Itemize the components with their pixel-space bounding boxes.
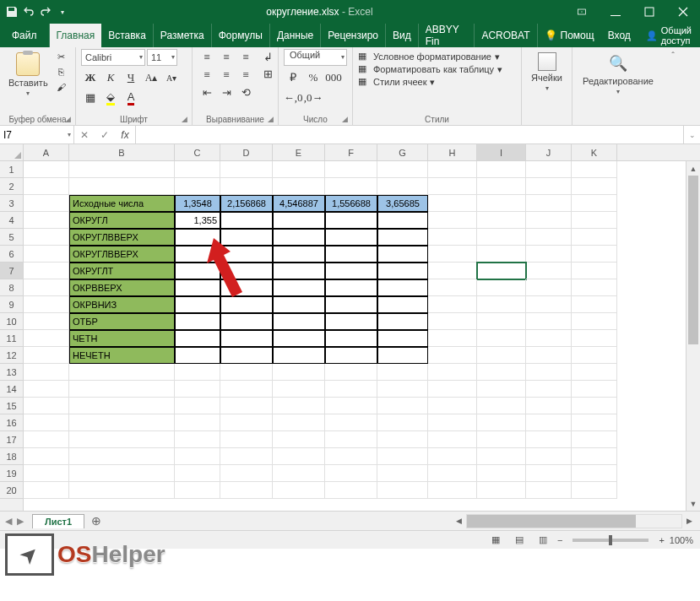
name-box[interactable]: I7▾: [0, 126, 74, 143]
cell[interactable]: 3,65685: [377, 195, 428, 212]
borders-icon[interactable]: ▦: [81, 89, 100, 106]
cell[interactable]: 1,3548: [175, 195, 220, 212]
zoom-in-icon[interactable]: +: [659, 535, 664, 545]
col-header[interactable]: K: [572, 144, 617, 160]
maximize-icon[interactable]: [632, 0, 666, 24]
row-header[interactable]: 10: [0, 313, 23, 330]
tab-home[interactable]: Главная: [50, 24, 102, 47]
bold-button[interactable]: Ж: [81, 69, 100, 86]
orientation-icon[interactable]: ⟲: [236, 84, 255, 101]
tell-me[interactable]: 💡Помощ: [538, 30, 601, 41]
formula-bar[interactable]: [136, 126, 683, 143]
cell[interactable]: ОКРВВЕРХ: [69, 279, 175, 296]
tab-abbyy[interactable]: ABBYY Fin: [419, 24, 475, 47]
tab-acrobat[interactable]: ACROBAT: [475, 24, 537, 47]
align-bottom-icon[interactable]: ≡: [236, 49, 255, 66]
minimize-icon[interactable]: [599, 0, 632, 24]
decrease-decimal-icon[interactable]: ,0→: [304, 89, 323, 106]
copy-icon[interactable]: ⎘: [53, 64, 70, 79]
vertical-scrollbar[interactable]: ▲ ▼: [686, 161, 700, 511]
align-right-icon[interactable]: ≡: [236, 67, 255, 84]
dialog-launcher-icon[interactable]: ◢: [342, 115, 350, 123]
dialog-launcher-icon[interactable]: ◢: [182, 115, 190, 123]
scroll-up-icon[interactable]: ▲: [686, 161, 700, 176]
sign-in[interactable]: Вход: [601, 30, 638, 41]
increase-decimal-icon[interactable]: ←,0: [284, 89, 302, 106]
zoom-level[interactable]: 100%: [670, 535, 693, 545]
paste-button[interactable]: Вставить ▾: [5, 49, 52, 113]
col-header[interactable]: A: [24, 144, 69, 160]
normal-view-icon[interactable]: ▦: [486, 533, 505, 548]
tab-review[interactable]: Рецензиро: [321, 24, 386, 47]
undo-icon[interactable]: [22, 5, 35, 19]
cell[interactable]: ОТБР: [69, 313, 175, 330]
row-header[interactable]: 17: [0, 431, 23, 448]
font-size-select[interactable]: 11▾: [147, 49, 177, 66]
increase-indent-icon[interactable]: ⇥: [217, 84, 236, 101]
cell[interactable]: ОКРУГЛ: [69, 212, 175, 229]
fx-icon[interactable]: fx: [115, 129, 135, 141]
font-name-select[interactable]: Calibri▾: [81, 49, 145, 66]
row-header[interactable]: 2: [0, 178, 23, 195]
cancel-formula-icon[interactable]: ✕: [74, 129, 95, 141]
page-break-view-icon[interactable]: ▥: [534, 533, 552, 548]
cell[interactable]: 2,156868: [220, 195, 273, 212]
page-layout-view-icon[interactable]: ▤: [510, 533, 529, 548]
accounting-format-icon[interactable]: ₽: [284, 69, 302, 86]
horizontal-scrollbar[interactable]: ◀ ▶: [452, 514, 697, 528]
cell-styles-button[interactable]: ▦Стили ячеек ▾: [358, 76, 516, 88]
cell[interactable]: ОКРУГЛТ: [69, 263, 175, 279]
col-header[interactable]: B: [69, 144, 175, 160]
dialog-launcher-icon[interactable]: ◢: [268, 115, 276, 123]
conditional-formatting-button[interactable]: ▦Условное форматирование ▾: [358, 51, 516, 62]
cell[interactable]: 4,546887: [273, 195, 325, 212]
number-format-select[interactable]: Общий▾: [284, 49, 347, 66]
row-header[interactable]: 6: [0, 246, 23, 263]
row-header[interactable]: 7: [0, 263, 23, 279]
fill-color-icon[interactable]: ⬙: [101, 89, 120, 106]
scroll-down-icon[interactable]: ▼: [686, 496, 700, 511]
cell[interactable]: 1,355: [175, 212, 220, 229]
scroll-thumb[interactable]: [467, 515, 636, 528]
expand-formula-bar-icon[interactable]: ⌄: [683, 126, 700, 143]
selected-cell[interactable]: [477, 263, 526, 279]
dialog-launcher-icon[interactable]: ◢: [65, 115, 73, 123]
row-header[interactable]: 20: [0, 482, 23, 499]
decrease-indent-icon[interactable]: ⇤: [198, 84, 216, 101]
row-header[interactable]: 16: [0, 414, 23, 431]
scroll-left-icon[interactable]: ◀: [452, 514, 466, 528]
align-center-icon[interactable]: ≡: [217, 67, 236, 84]
tab-file[interactable]: Файл: [0, 24, 50, 47]
enter-formula-icon[interactable]: ✓: [95, 129, 115, 141]
row-header[interactable]: 19: [0, 465, 23, 482]
next-sheet-icon[interactable]: ▶: [17, 516, 24, 527]
tab-layout[interactable]: Разметка: [154, 24, 212, 47]
zoom-slider[interactable]: [572, 539, 648, 542]
zoom-out-icon[interactable]: −: [557, 535, 562, 545]
tab-data[interactable]: Данные: [270, 24, 321, 47]
align-middle-icon[interactable]: ≡: [217, 49, 236, 66]
col-header[interactable]: H: [428, 144, 477, 160]
cell[interactable]: 1,556688: [325, 195, 377, 212]
scroll-thumb[interactable]: [688, 176, 698, 344]
comma-format-icon[interactable]: 000: [324, 69, 343, 86]
cell[interactable]: ОКРУГЛВВЕРХ: [69, 246, 175, 263]
align-left-icon[interactable]: ≡: [198, 67, 216, 84]
sheet-tab[interactable]: Лист1: [32, 514, 84, 528]
row-header[interactable]: 14: [0, 381, 23, 398]
cell[interactable]: Исходные числа: [69, 195, 175, 212]
cell[interactable]: НЕЧЕТН: [69, 347, 175, 364]
row-header[interactable]: 11: [0, 330, 23, 347]
redo-icon[interactable]: [39, 5, 52, 19]
col-header[interactable]: F: [325, 144, 377, 160]
row-header[interactable]: 18: [0, 448, 23, 465]
cell[interactable]: ОКРУГЛВВЕРХ: [69, 229, 175, 246]
editing-dropdown[interactable]: 🔍 Редактирование ▾: [578, 49, 659, 99]
row-header[interactable]: 5: [0, 229, 23, 246]
tab-view[interactable]: Вид: [386, 24, 419, 47]
row-header[interactable]: 9: [0, 296, 23, 313]
qat-dropdown-icon[interactable]: ▾: [56, 5, 69, 19]
col-header[interactable]: D: [220, 144, 273, 160]
scroll-right-icon[interactable]: ▶: [682, 514, 697, 528]
row-header[interactable]: 8: [0, 279, 23, 296]
